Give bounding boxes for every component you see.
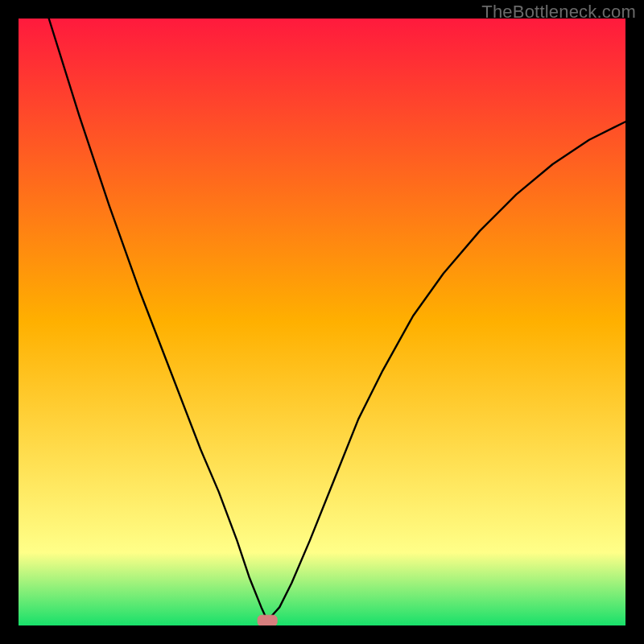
chart-container: TheBottleneck.com bbox=[0, 0, 644, 644]
optimum-marker bbox=[258, 615, 277, 625]
gradient-background bbox=[19, 19, 625, 625]
bottleneck-chart bbox=[19, 19, 625, 625]
plot-area bbox=[19, 19, 625, 625]
